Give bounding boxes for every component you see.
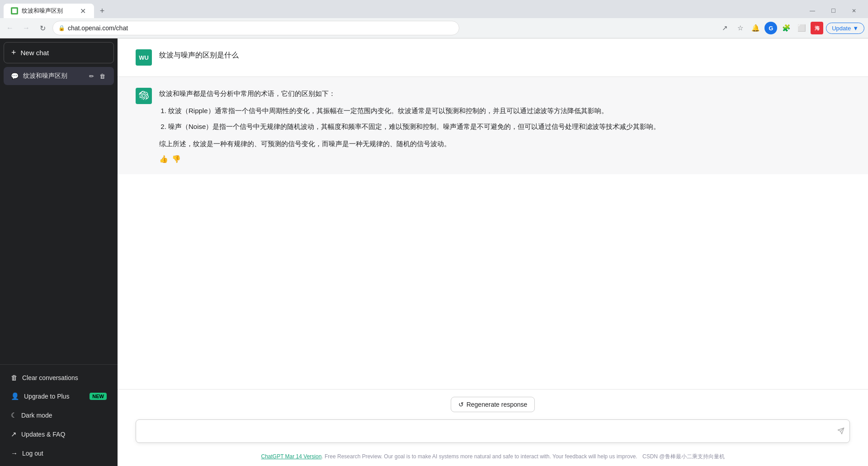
- updates-faq-label: Updates & FAQ: [21, 431, 65, 438]
- sidebar-top: + New chat 💬 纹波和噪声区别 ✏ 🗑: [0, 38, 118, 364]
- updates-faq-button[interactable]: ↗ Updates & FAQ: [4, 425, 114, 444]
- trash-icon: 🗑: [11, 374, 18, 381]
- chat-footer: ChatGPT Mar 14 Version. Free Research Pr…: [118, 448, 868, 466]
- clear-conversations-button[interactable]: 🗑 Clear conversations: [4, 368, 114, 387]
- haosou-icon[interactable]: 海: [811, 22, 823, 34]
- new-tab-button[interactable]: +: [96, 5, 108, 17]
- logout-label: Log out: [22, 450, 43, 457]
- clear-conversations-label: Clear conversations: [22, 374, 78, 381]
- lock-icon: 🔒: [58, 25, 65, 31]
- notification-button[interactable]: 🔔: [749, 22, 762, 34]
- logout-icon: →: [11, 449, 18, 457]
- tab-bar: 纹波和噪声区别 ✕ + — ☐ ✕: [0, 0, 868, 18]
- chatgpt-version-link[interactable]: ChatGPT Mar 14 Version: [261, 453, 321, 460]
- assistant-message-text: 纹波和噪声都是信号分析中常用的术语，它们的区别如下： 纹波（Ripple）通常指…: [159, 88, 850, 149]
- address-bar[interactable]: 🔒 chat.openai.com/chat: [52, 21, 459, 35]
- active-tab[interactable]: 纹波和噪声区别 ✕: [4, 4, 94, 18]
- list-item-1: 纹波（Ripple）通常指一个信号中周期性的变化，其振幅在一定范围内变化。纹波通…: [168, 105, 850, 117]
- send-icon: [837, 428, 844, 435]
- thumbs-up-button[interactable]: 👍: [159, 155, 168, 163]
- moon-icon: ☾: [11, 411, 17, 419]
- assistant-conclusion: 综上所述，纹波是一种有规律的、可预测的信号变化，而噪声是一种无规律的、随机的信号…: [159, 138, 850, 150]
- user-message: WU 纹波与噪声的区别是什么: [118, 38, 868, 76]
- assistant-avatar: [136, 88, 152, 104]
- regenerate-button[interactable]: ↺ Regenerate response: [451, 397, 535, 412]
- new-chat-label: New chat: [21, 49, 49, 57]
- logout-button[interactable]: → Log out: [4, 444, 114, 462]
- share-button[interactable]: ↗: [718, 22, 731, 34]
- thumbs-down-button[interactable]: 👎: [172, 155, 181, 163]
- forward-button[interactable]: →: [20, 22, 33, 34]
- close-window-button[interactable]: ✕: [844, 4, 864, 18]
- regenerate-icon: ↺: [458, 401, 464, 408]
- assistant-content: 纹波和噪声都是信号分析中常用的术语，它们的区别如下： 纹波（Ripple）通常指…: [159, 88, 850, 163]
- chat-item-text: 纹波和噪声区别: [23, 72, 82, 80]
- new-badge: NEW: [90, 393, 107, 400]
- sidebar: + New chat 💬 纹波和噪声区别 ✏ 🗑 🗑 Clear convers…: [0, 38, 118, 466]
- input-area: ↺ Regenerate response: [118, 389, 868, 448]
- tab-title: 纹波和噪声区别: [22, 7, 75, 15]
- list-item-2: 噪声（Noise）是指一个信号中无规律的随机波动，其幅度和频率不固定，难以预测和…: [168, 121, 850, 133]
- back-button[interactable]: ←: [4, 22, 16, 34]
- footer-right-text: CSDN @鲁棒最小二乘支持向量机: [642, 453, 725, 460]
- sidebar-toggle[interactable]: ⬜: [795, 22, 808, 34]
- upgrade-to-plus-button[interactable]: 👤 Upgrade to Plus NEW: [4, 387, 114, 406]
- send-button[interactable]: [837, 428, 844, 437]
- user-avatar: WU: [136, 49, 152, 66]
- footer-text: ChatGPT Mar 14 Version. Free Research Pr…: [261, 453, 639, 460]
- maximize-button[interactable]: ☐: [823, 4, 844, 18]
- chat-icon: 💬: [11, 72, 19, 80]
- chat-area: WU 纹波与噪声的区别是什么 纹波和噪声都是信号分析中常用的术语，它们的区别如下…: [118, 38, 868, 466]
- bookmark-button[interactable]: ☆: [734, 22, 746, 34]
- assistant-intro: 纹波和噪声都是信号分析中常用的术语，它们的区别如下：: [159, 88, 850, 100]
- openai-logo-icon: [139, 91, 149, 101]
- edit-chat-button[interactable]: ✏: [87, 71, 96, 81]
- update-button[interactable]: Update ▼: [826, 23, 864, 34]
- external-link-icon: ↗: [11, 430, 17, 438]
- upgrade-label: Upgrade to Plus: [24, 393, 69, 400]
- delete-chat-button[interactable]: 🗑: [98, 71, 107, 81]
- messages-container: WU 纹波与噪声的区别是什么 纹波和噪声都是信号分析中常用的术语，它们的区别如下…: [118, 38, 868, 389]
- chat-item-actions: ✏ 🗑: [87, 71, 107, 81]
- user-icon: 👤: [11, 392, 19, 400]
- assistant-list: 纹波（Ripple）通常指一个信号中周期性的变化，其振幅在一定范围内变化。纹波通…: [159, 105, 850, 133]
- user-message-text: 纹波与噪声的区别是什么: [159, 49, 239, 61]
- footer-description: . Free Research Preview. Our goal is to …: [321, 453, 637, 460]
- sidebar-bottom: 🗑 Clear conversations 👤 Upgrade to Plus …: [0, 364, 118, 466]
- browser-chrome: 纹波和噪声区别 ✕ + — ☐ ✕ ← → ↻ 🔒 chat.openai.co…: [0, 0, 868, 38]
- chat-item[interactable]: 💬 纹波和噪声区别 ✏ 🗑: [4, 67, 114, 85]
- nav-bar: ← → ↻ 🔒 chat.openai.com/chat ↗ ☆ 🔔 G 🧩 ⬜…: [0, 18, 868, 38]
- reload-button[interactable]: ↻: [36, 22, 49, 34]
- tab-close-button[interactable]: ✕: [79, 7, 87, 15]
- app-container: + New chat 💬 纹波和噪声区别 ✏ 🗑 🗑 Clear convers…: [0, 38, 868, 466]
- minimize-button[interactable]: —: [802, 4, 823, 18]
- dark-mode-button[interactable]: ☾ Dark mode: [4, 406, 114, 425]
- message-actions: 👍 👎: [159, 155, 850, 163]
- google-profile[interactable]: G: [764, 22, 777, 34]
- assistant-message: 纹波和噪声都是信号分析中常用的术语，它们的区别如下： 纹波（Ripple）通常指…: [118, 77, 868, 174]
- nav-right: ↗ ☆ 🔔 G 🧩 ⬜ 海 Update ▼: [718, 22, 864, 34]
- tab-favicon: [11, 7, 18, 14]
- plus-icon: +: [11, 48, 16, 57]
- dark-mode-label: Dark mode: [21, 412, 52, 419]
- extensions-button[interactable]: 🧩: [780, 22, 793, 34]
- input-wrapper: [136, 419, 850, 445]
- url-text: chat.openai.com/chat: [68, 24, 128, 32]
- new-chat-button[interactable]: + New chat: [4, 42, 114, 63]
- regenerate-label: Regenerate response: [467, 401, 528, 408]
- message-input[interactable]: [136, 419, 850, 443]
